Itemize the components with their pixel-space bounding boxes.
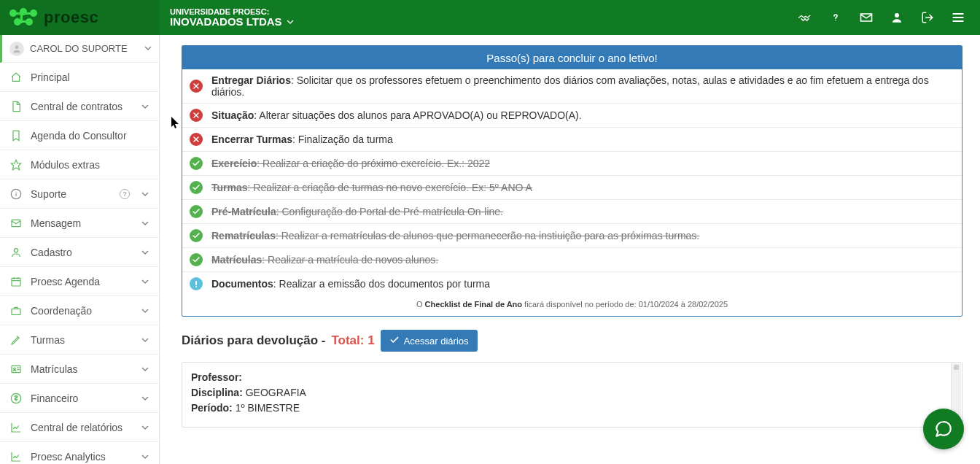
svg-point-8	[835, 20, 836, 20]
periodo-value: 1º BIMESTRE	[236, 402, 300, 414]
sidebar-item-label: Coordenação	[31, 305, 133, 317]
sidebar-item-cadastro[interactable]: Cadastro	[0, 238, 159, 267]
checklist-text: Pré-Matrícula: Configuração do Portal de…	[211, 206, 503, 217]
main-content: Passo(s) para concluir o ano letivo! Ent…	[160, 35, 980, 464]
sidebar-item-central-de-contratos[interactable]: Central de contratos	[0, 92, 159, 121]
user-icon	[10, 247, 22, 258]
sidebar-item-label: Proesc Agenda	[31, 276, 133, 287]
sidebar-item-label: Suporte	[31, 188, 111, 200]
sidebar-item-label: Agenda do Consultor	[31, 130, 149, 142]
sidebar-item-suporte[interactable]: Suporte?	[0, 179, 159, 209]
checklist-row[interactable]: Entregar Diários: Solicitar que os profe…	[182, 69, 962, 104]
svg-rect-6	[15, 20, 32, 23]
sidebar-item-proesc-analytics[interactable]: Proesc Analytics	[0, 442, 159, 464]
sidebar-item-agenda-do-consultor[interactable]: Agenda do Consultor	[0, 121, 159, 150]
user-name: CAROL DO SUPORTE	[30, 43, 139, 54]
user-icon[interactable]	[890, 10, 904, 25]
svg-point-13	[15, 45, 19, 49]
pencil-icon	[10, 334, 22, 346]
menu-icon[interactable]	[951, 10, 965, 25]
sidebar-item-matr-culas[interactable]: Matrículas	[0, 355, 159, 384]
checklist-row[interactable]: Documentos: Realizar a emissão dos docum…	[182, 272, 962, 295]
status-ok-icon	[190, 205, 203, 218]
svg-rect-5	[12, 12, 35, 15]
avatar-icon	[9, 42, 24, 56]
sidebar-item-financeiro[interactable]: Financeiro	[0, 384, 159, 413]
disciplina-value: GEOGRAFIA	[246, 387, 306, 398]
sidebar-item-principal[interactable]: Principal	[0, 63, 159, 92]
button-label: Acessar diários	[404, 336, 469, 347]
checklist-text: Turmas: Realizar a criação de turmas no …	[211, 182, 532, 193]
chevron-down-icon	[141, 451, 149, 463]
signout-icon[interactable]	[920, 10, 935, 25]
sidebar-item-label: Cadastro	[31, 247, 133, 258]
checklist-text: Rematrículas: Realizar a rematrículas de…	[211, 230, 699, 241]
checklist-text: Matrículas: Realizar a matrícula de novo…	[211, 254, 438, 266]
chevron-down-icon	[141, 363, 149, 375]
sidebar-item-m-dulos-extras[interactable]: Módulos extras	[0, 150, 159, 179]
checklist-text: Encerrar Turmas: Finalização da turma	[211, 134, 393, 145]
sidebar-item-coordena-o[interactable]: Coordenação	[0, 296, 159, 325]
checklist-panel: Passo(s) para concluir o ano letivo! Ent…	[182, 45, 962, 317]
home-icon	[10, 71, 22, 83]
mail-icon[interactable]	[859, 10, 874, 25]
sidebar-item-label: Módulos extras	[31, 159, 149, 171]
status-err-icon	[190, 80, 203, 93]
sidebar-item-turmas[interactable]: Turmas	[0, 325, 159, 355]
checklist-row[interactable]: Exercício: Realizar a criação do próximo…	[182, 152, 962, 176]
chevron-down-icon	[141, 334, 149, 346]
diarios-heading: Diários para devolução - Total: 1 Acessa…	[182, 330, 962, 352]
sidebar-item-label: Central de relatórios	[31, 422, 133, 433]
dollar-icon	[10, 393, 22, 404]
sidebar-item-proesc-agenda[interactable]: Proesc Agenda	[0, 267, 159, 296]
chevron-down-icon	[141, 217, 149, 229]
top-header: proesc UNIVERSIDADE PROESC: INOVADADOS L…	[0, 0, 980, 35]
svg-point-37	[195, 286, 197, 287]
sidebar-item-mensagem[interactable]: Mensagem	[0, 209, 159, 238]
svg-point-9	[895, 13, 899, 18]
sidebar: CAROL DO SUPORTE PrincipalCentral de con…	[0, 35, 160, 464]
chevron-down-icon	[141, 188, 149, 200]
sidebar-item-label: Proesc Analytics	[31, 451, 133, 463]
org-selector[interactable]: UNIVERSIDADE PROESC: INOVADADOS LTDAS	[160, 7, 294, 28]
checklist-row[interactable]: Situação: Alterar situações dos alunos p…	[182, 104, 962, 128]
checklist-row[interactable]: Turmas: Realizar a criação de turmas no …	[182, 176, 962, 200]
sidebar-item-label: Turmas	[31, 334, 133, 346]
diarios-total: Total: 1	[331, 333, 374, 348]
handshake-icon[interactable]	[798, 10, 812, 25]
idcard-icon	[10, 363, 22, 375]
chevron-down-icon	[141, 247, 149, 258]
checklist-row[interactable]: Pré-Matrícula: Configuração do Portal de…	[182, 200, 962, 224]
status-ok-icon	[190, 229, 203, 242]
disciplina-label: Disciplina:	[191, 387, 243, 398]
check-icon	[389, 335, 400, 347]
star-icon	[10, 159, 22, 171]
chat-fab[interactable]	[923, 409, 964, 449]
help-icon[interactable]	[828, 10, 843, 25]
acessar-diarios-button[interactable]: Acessar diários	[381, 330, 478, 352]
calendar-icon	[10, 276, 22, 287]
checklist-text: Situação: Alterar situações dos alunos p…	[211, 109, 582, 121]
checklist-row[interactable]: Rematrículas: Realizar a rematrículas de…	[182, 224, 962, 248]
chevron-down-icon	[141, 305, 149, 317]
checklist-title: Passo(s) para concluir o ano letivo!	[182, 46, 962, 69]
checklist-row[interactable]: Matrículas: Realizar a matrícula de novo…	[182, 248, 962, 272]
user-menu[interactable]: CAROL DO SUPORTE	[0, 35, 159, 63]
org-name: INOVADADOS LTDAS	[170, 16, 282, 28]
chevron-down-icon	[141, 393, 149, 404]
checklist-row[interactable]: Encerrar Turmas: Finalização da turma	[182, 128, 962, 152]
help-icon[interactable]: ?	[120, 189, 130, 199]
chart-icon	[10, 451, 22, 463]
sidebar-item-label: Central de contratos	[31, 101, 133, 112]
sidebar-item-central-de-relat-rios[interactable]: Central de relatórios	[0, 413, 159, 442]
sidebar-item-label: Principal	[31, 71, 149, 83]
briefcase-icon	[10, 305, 22, 317]
checklist-text: Entregar Diários: Solicitar que os profe…	[211, 74, 954, 98]
logo-icon	[7, 7, 39, 28]
brand-logo[interactable]: proesc	[0, 0, 160, 35]
chevron-down-icon	[144, 43, 152, 54]
svg-rect-7	[20, 12, 23, 23]
svg-marker-14	[11, 160, 20, 169]
info-icon	[10, 188, 22, 200]
professor-label: Professor:	[191, 371, 242, 383]
